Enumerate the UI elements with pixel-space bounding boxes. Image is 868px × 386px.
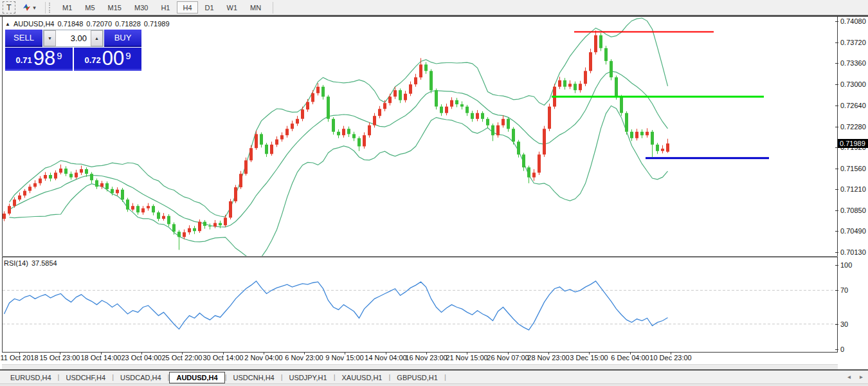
rsi-chart-canvas[interactable] — [3, 257, 837, 352]
price-tick-label: 0.71560 — [840, 165, 866, 172]
chevron-down-icon: ▾ — [33, 5, 36, 11]
price-tick — [835, 210, 838, 211]
time-axis-line — [2, 352, 838, 353]
ask-price-big: 00 — [102, 49, 124, 68]
price-tick-label: 0.72280 — [840, 123, 866, 131]
price-tick — [835, 231, 838, 232]
chart-left-border — [2, 17, 3, 352]
tab-separator: | — [444, 373, 446, 381]
rsi-indicator-label: RSI(14) 37.5854 — [4, 259, 57, 267]
rsi-tick — [835, 290, 838, 291]
bid-price-big: 98 — [33, 49, 55, 68]
timeframe-button-m15[interactable]: M15 — [102, 1, 127, 14]
volume-spinner: ▼ 3.00 ▲ — [43, 30, 104, 47]
toolbar-separator — [45, 2, 46, 14]
objects-dropdown-button[interactable]: ▾ — [18, 1, 40, 14]
rsi-tick — [835, 265, 838, 266]
timeframe-button-m5[interactable]: M5 — [79, 1, 100, 14]
tab-scroll-nav: ◂ ▸ — [847, 373, 863, 380]
text-tool-button[interactable]: T — [3, 1, 15, 14]
time-tick-label: 2 Nov 04:00 — [244, 354, 282, 362]
volume-increase-button[interactable]: ▲ — [91, 30, 103, 46]
toolbar-grip-handle[interactable] — [49, 3, 52, 13]
price-tick — [835, 21, 838, 22]
bid-price-box[interactable]: 0.71 98 9 — [5, 48, 73, 71]
ohlc-close: 0.71989 — [144, 20, 170, 28]
chart-tab-bar: EURUSD,H4|USDCHF,H4|USDCAD,H4|AUDUSD,H4|… — [0, 369, 868, 383]
ask-price-box[interactable]: 0.72 00 9 — [74, 48, 141, 71]
tab-audusd-h4[interactable]: AUDUSD,H4 — [169, 372, 224, 383]
timeframe-buttons: M1M5M15M30H1H4D1W1MN — [56, 1, 267, 14]
ohlc-open: 0.71848 — [58, 20, 84, 28]
text-tool-icon: T — [6, 3, 11, 12]
time-tick-label: 25 Oct 22:00 — [162, 354, 203, 362]
tab-xauusd-h1[interactable]: XAUUSD,H1 — [336, 372, 389, 383]
bid-price-pip: 9 — [57, 50, 62, 61]
price-tick-label: 0.70490 — [840, 227, 866, 235]
rsi-tick — [835, 349, 838, 350]
bid-price-prefix: 0.71 — [15, 55, 32, 68]
timeframe-button-h1[interactable]: H1 — [155, 1, 176, 14]
one-click-trade-panel: SELL ▼ 3.00 ▲ BUY 0.71 98 9 0.72 00 9 — [5, 30, 141, 71]
price-tick-label: 0.71210 — [840, 185, 866, 193]
time-tick-label: 6 Nov 23:00 — [285, 354, 323, 362]
time-tick-label: 3 Dec 15:00 — [570, 354, 608, 362]
time-tick-label: 11 Oct 2018 — [0, 354, 38, 362]
price-tick — [835, 189, 838, 190]
time-tick-label: 30 Oct 14:00 — [203, 354, 244, 362]
horizontal-lines — [552, 32, 769, 158]
rsi-levels — [3, 290, 837, 324]
time-tick-label: 18 Oct 14:00 — [81, 354, 122, 362]
price-tick — [835, 106, 838, 106]
rsi-value: 37.5854 — [32, 259, 57, 267]
rsi-tick — [835, 324, 838, 325]
horizontal-scrollbar[interactable] — [2, 364, 838, 369]
ohlc-low: 0.71828 — [115, 20, 141, 28]
price-tick — [835, 169, 838, 169]
time-tick-label: 9 Nov 15:00 — [325, 354, 363, 362]
tab-usdcad-h4[interactable]: USDCAD,H4 — [114, 372, 168, 383]
timeframe-button-w1[interactable]: W1 — [221, 1, 244, 14]
time-tick-label: 21 Nov 15:00 — [446, 354, 487, 362]
tab-scroll-left-icon[interactable]: ◂ — [847, 373, 851, 380]
price-tick — [835, 63, 838, 64]
timeframe-button-m1[interactable]: M1 — [57, 1, 78, 14]
top-toolbar: T ▾ M1M5M15M30H1H4D1W1MN — [0, 0, 868, 15]
ohlc-high: 0.72070 — [86, 20, 112, 28]
tab-scroll-right-icon[interactable]: ▸ — [860, 373, 863, 380]
time-tick-label: 10 Dec 23:00 — [649, 354, 691, 362]
sell-button[interactable]: SELL — [5, 30, 42, 47]
timeframe-button-mn[interactable]: MN — [244, 1, 267, 14]
time-tick-label: 16 Nov 23:00 — [405, 354, 447, 362]
tab-usdchf-h4[interactable]: USDCHF,H4 — [59, 372, 112, 383]
price-tick — [835, 84, 838, 85]
chart-title: ▲ AUDUSD,H4 0.71848 0.72070 0.71828 0.71… — [5, 20, 170, 28]
pane-divider[interactable] — [2, 256, 838, 257]
arrows-tool-icon — [22, 3, 32, 12]
price-tick-label: 0.70850 — [840, 207, 866, 214]
timeframe-button-h4[interactable]: H4 — [177, 1, 197, 14]
time-tick-label: 26 Nov 07:00 — [487, 354, 529, 362]
price-tick-label: 0.73000 — [840, 80, 866, 88]
toolbar-separator-end — [273, 2, 273, 14]
tab-eurusd-h4[interactable]: EURUSD,H4 — [4, 372, 58, 383]
time-tick-label: 6 Dec 04:00 — [611, 354, 649, 362]
tab-gbpusd-h1[interactable]: GBPUSD,H1 — [390, 372, 444, 383]
chart-workspace: ▲ AUDUSD,H4 0.71848 0.72070 0.71828 0.71… — [0, 17, 868, 369]
timeframe-button-m30[interactable]: M30 — [129, 1, 154, 14]
rsi-tick-label: 0 — [840, 345, 844, 353]
ask-price-prefix: 0.72 — [84, 55, 100, 68]
volume-decrease-button[interactable]: ▼ — [44, 30, 56, 46]
rsi-line — [5, 281, 668, 330]
current-price-tag: 0.71989 — [838, 139, 868, 148]
chart-tabs: EURUSD,H4|USDCHF,H4|USDCAD,H4|AUDUSD,H4|… — [4, 371, 446, 383]
price-axis-line — [837, 17, 838, 352]
tab-usdcnh-h4[interactable]: USDCNH,H4 — [227, 372, 281, 383]
volume-input[interactable]: 3.00 — [56, 30, 91, 46]
mt4-window: T ▾ M1M5M15M30H1H4D1W1MN ▲ AUDUSD,H4 0.7… — [0, 0, 868, 386]
time-tick-label: 14 Nov 04:00 — [365, 354, 406, 362]
rsi-tick-label: 30 — [840, 320, 848, 328]
tab-usdjpy-h1[interactable]: USDJPY,H1 — [283, 372, 334, 383]
buy-button[interactable]: BUY — [104, 30, 141, 47]
timeframe-button-d1[interactable]: D1 — [199, 1, 220, 14]
